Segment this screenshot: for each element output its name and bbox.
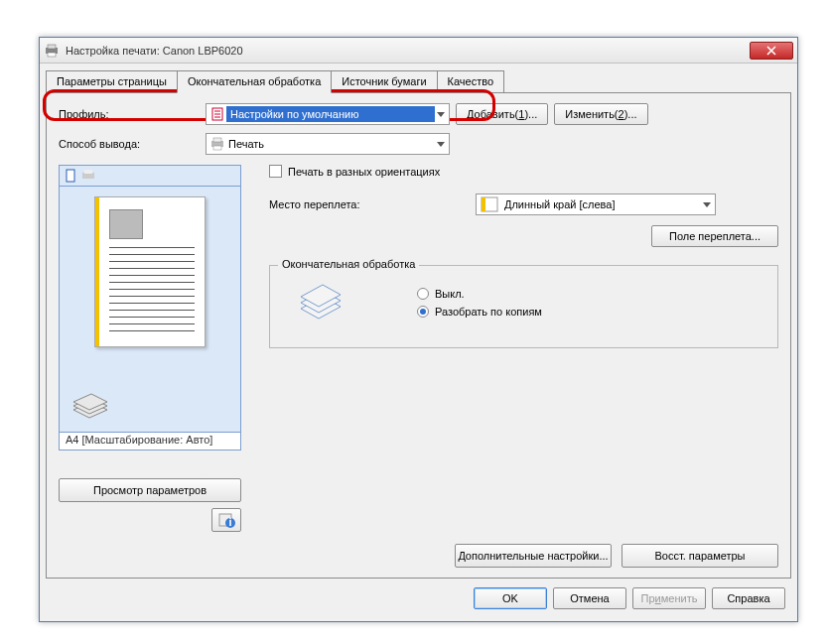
window-title: Настройка печати: Canon LBP6020	[66, 45, 243, 57]
chevron-down-icon	[437, 142, 445, 147]
dialog-button-bar: OK Отмена Применить Справка	[46, 581, 791, 615]
printer-view-icon[interactable]	[81, 169, 95, 183]
cancel-button[interactable]: Отмена	[553, 587, 626, 609]
collate-illustration	[284, 283, 357, 322]
finishing-off-radio[interactable]: Выкл.	[417, 288, 542, 300]
preview-toolbar	[59, 165, 241, 187]
finishing-collate-radio[interactable]: Разобрать по копиям	[417, 306, 542, 318]
profile-value: Настройки по умолчанию	[226, 106, 435, 122]
svg-rect-9	[213, 146, 221, 150]
svg-text:i: i	[228, 516, 231, 528]
svg-rect-10	[67, 170, 74, 182]
binding-dropdown[interactable]: Длинный край [слева]	[476, 193, 716, 215]
preview-page	[94, 196, 206, 347]
output-dropdown[interactable]: Печать	[206, 133, 450, 155]
titlebar: Настройка печати: Canon LBP6020	[40, 38, 797, 64]
svg-rect-12	[84, 170, 92, 174]
radio-icon	[417, 288, 429, 300]
output-label: Способ вывода:	[59, 138, 206, 150]
advanced-settings-button[interactable]: Дополнительные настройки...	[455, 544, 612, 568]
tab-paper-source[interactable]: Источник бумаги	[331, 70, 437, 93]
close-button[interactable]	[750, 42, 793, 60]
svg-rect-8	[213, 138, 221, 142]
radio-selected-icon	[417, 306, 429, 318]
profile-dropdown[interactable]: Настройки по умолчанию	[206, 103, 450, 125]
page-preview	[59, 187, 241, 433]
tab-finishing[interactable]: Окончательная обработка	[177, 70, 332, 93]
preview-image-placeholder	[109, 209, 143, 239]
finishing-off-label: Выкл.	[435, 288, 465, 300]
binding-label: Место переплета:	[269, 198, 476, 210]
tab-page-params[interactable]: Параметры страницы	[46, 70, 178, 93]
info-icon: i	[217, 511, 235, 529]
view-params-button[interactable]: Просмотр параметров	[59, 478, 241, 502]
diff-orientation-checkbox[interactable]: Печать в разных ориентациях	[269, 165, 778, 178]
single-page-icon[interactable]	[64, 169, 77, 183]
binding-margin-button[interactable]: Поле переплета...	[651, 225, 778, 247]
printer-small-icon	[210, 137, 224, 151]
binding-icon	[481, 196, 498, 212]
print-settings-window: Настройка печати: Canon LBP6020 Параметр…	[39, 37, 798, 622]
tab-strip: Параметры страницы Окончательная обработ…	[40, 64, 797, 92]
notepad-icon	[210, 107, 224, 121]
help-button[interactable]: Справка	[712, 587, 785, 609]
chevron-down-icon	[437, 112, 445, 117]
edit-profile-button[interactable]: Изменить(2)...	[554, 103, 647, 125]
restore-defaults-button[interactable]: Восст. параметры	[622, 544, 778, 568]
svg-rect-2	[48, 53, 56, 57]
close-icon	[766, 46, 776, 56]
preview-text-lines	[109, 247, 195, 336]
finishing-collate-label: Разобрать по копиям	[435, 306, 542, 318]
finishing-legend: Окончательная обработка	[278, 258, 419, 270]
binding-value: Длинный край [слева]	[504, 198, 616, 210]
info-button[interactable]: i	[211, 508, 241, 532]
svg-rect-20	[482, 197, 485, 211]
printer-icon	[44, 43, 60, 59]
checkbox-icon	[269, 165, 282, 178]
diff-orientation-label: Печать в разных ориентациях	[288, 166, 440, 178]
add-profile-button[interactable]: Добавить(1)...	[456, 103, 548, 125]
chevron-down-icon	[703, 202, 711, 207]
finishing-group: Окончательная обработка Выкл.	[269, 265, 778, 348]
tab-panel-finishing: Профиль: Настройки по умолчанию Добавить…	[46, 92, 791, 579]
tab-quality[interactable]: Качество	[437, 70, 505, 93]
preview-caption: A4 [Масштабирование: Авто]	[59, 433, 241, 451]
profile-label: Профиль:	[59, 108, 206, 120]
ok-button[interactable]: OK	[474, 587, 547, 609]
output-value: Печать	[228, 138, 264, 150]
paper-stack-icon	[71, 392, 109, 422]
svg-rect-1	[48, 45, 56, 49]
apply-button[interactable]: Применить	[632, 587, 706, 609]
